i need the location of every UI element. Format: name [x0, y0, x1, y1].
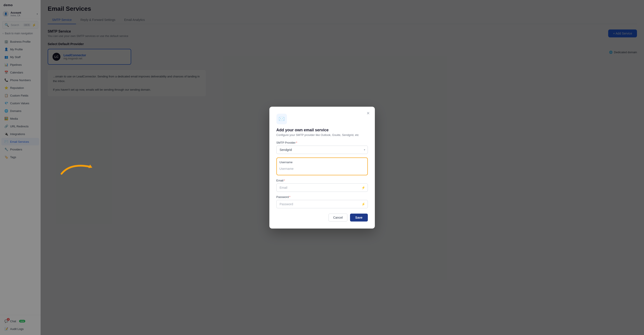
smtp-provider-select-wrapper: Sendgrid Gmail Outlook Gsuite Mailgun Ot…: [276, 146, 368, 154]
email-input-icon: ⚡: [362, 186, 365, 189]
password-input[interactable]: [276, 200, 368, 208]
smtp-provider-group: SMTP Provider* Sendgrid Gmail Outlook Gs…: [276, 141, 368, 154]
email-input-wrapper: ⚡: [276, 183, 368, 192]
modal-footer: Cancel Save: [276, 214, 368, 221]
email-group: Email* ⚡: [276, 179, 368, 192]
password-input-icon: ⚡: [362, 202, 365, 206]
username-input[interactable]: [280, 165, 365, 172]
modal-title: Add your own email service: [276, 128, 368, 132]
password-label: Password*: [276, 195, 368, 199]
modal-close-button[interactable]: ✕: [365, 110, 371, 116]
username-label: Username: [280, 161, 365, 164]
password-input-wrapper: ⚡: [276, 200, 368, 208]
save-button[interactable]: Save: [350, 214, 368, 221]
email-input[interactable]: [276, 183, 368, 192]
svg-marker-0: [88, 165, 92, 168]
modal-email-icon: ✉️: [276, 114, 287, 124]
modal-subtitle: Configure your SMTP provider like Outloo…: [276, 133, 368, 137]
smtp-provider-label: SMTP Provider*: [276, 141, 368, 144]
modal-overlay[interactable]: ✕ ✉️ Add your own email service Configur…: [0, 0, 644, 335]
cancel-button[interactable]: Cancel: [328, 214, 348, 221]
email-label: Email*: [276, 179, 368, 182]
smtp-provider-select[interactable]: Sendgrid Gmail Outlook Gsuite Mailgun Ot…: [276, 146, 368, 154]
add-email-service-modal: ✕ ✉️ Add your own email service Configur…: [270, 107, 375, 228]
username-group: Username: [276, 157, 368, 175]
arrow-annotation: [57, 158, 97, 177]
password-group: Password* ⚡: [276, 195, 368, 208]
